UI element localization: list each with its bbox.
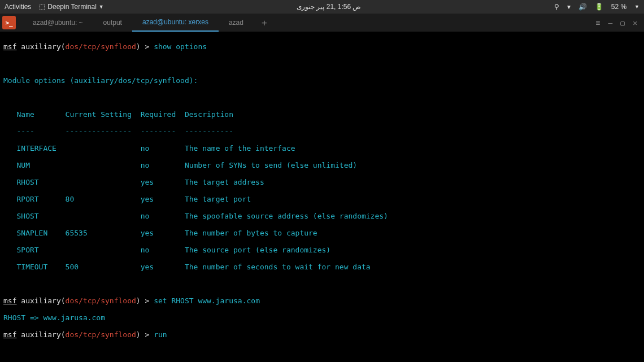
new-tab-button[interactable]: + (254, 18, 275, 28)
chevron-down-icon: ▼ (99, 4, 104, 10)
table-row: SPORT no The source port (else randomize… (3, 246, 641, 254)
table-row: SHOST no The spoofable source address (e… (3, 212, 641, 220)
terminal-app-icon[interactable]: >_ (2, 16, 16, 29)
cmd-set-rhost: set RHOST www.jarusa.com (154, 296, 260, 305)
activities-button[interactable]: Activities (5, 3, 31, 11)
cmd-run: run (154, 330, 167, 339)
tab-3[interactable]: azad (219, 14, 254, 32)
gnome-topbar: Activities ⬚ Deepin Terminal ▼ ص 1:56 ,2… (0, 0, 644, 14)
tab-1[interactable]: output (93, 14, 132, 32)
table-row: RHOST yes The target address (3, 178, 641, 186)
terminal-output[interactable]: msf auxiliary(dos/tcp/synflood) > show o… (0, 32, 644, 362)
cmd-show-options: show options (154, 42, 207, 51)
table-row: NUM no Number of SYNs to send (else unli… (3, 161, 641, 169)
accessibility-icon[interactable]: ⚲ (554, 3, 559, 11)
maximize-button[interactable]: ▢ (620, 19, 625, 27)
tab-2[interactable]: azad@ubuntu: xerxes (132, 14, 219, 32)
table-row: TIMEOUT 500 yes The number of seconds to… (3, 263, 641, 271)
module-options-header: Module options (auxiliary/dos/tcp/synflo… (3, 76, 641, 85)
window-titlebar: >_ azad@ubuntu: ~ output azad@ubuntu: xe… (0, 14, 644, 32)
close-button[interactable]: ✕ (633, 19, 637, 27)
prompt-msf: msf (3, 42, 16, 51)
menu-icon[interactable]: ≡ (596, 19, 601, 27)
output-line: RHOST => www.jarusa.com (3, 313, 641, 322)
table-row: SNAPLEN 65535 yes The number of bytes to… (3, 229, 641, 237)
chevron-down-icon: ▼ (634, 4, 639, 10)
table-header: Name Current Setting Required Descriptio… (3, 110, 641, 119)
clock[interactable]: ص 1:56 ,21 پیر جنوری (104, 3, 554, 11)
minimize-button[interactable]: — (608, 19, 613, 27)
volume-icon[interactable]: 🔊 (578, 3, 587, 11)
battery-percent: 52 % (611, 3, 626, 11)
table-row: RPORT 80 yes The target port (3, 195, 641, 203)
app-name: Deepin Terminal (47, 3, 97, 11)
tab-0[interactable]: azad@ubuntu: ~ (23, 14, 93, 32)
battery-icon[interactable]: 🔋 (595, 3, 603, 11)
table-row: INTERFACE no The name of the interface (3, 144, 641, 152)
app-menu[interactable]: ⬚ Deepin Terminal ▼ (39, 3, 103, 11)
network-icon[interactable]: ▾ (567, 3, 571, 11)
terminal-mini-icon: ⬚ (39, 3, 45, 11)
